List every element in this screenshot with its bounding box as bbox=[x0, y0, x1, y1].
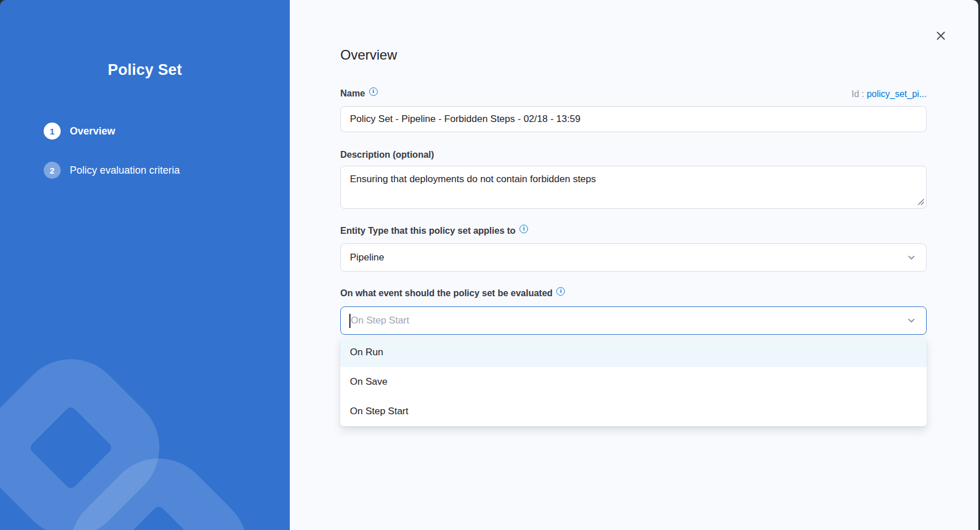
overview-form-panel: Overview Name i Id : policy_set_pi... De… bbox=[290, 0, 978, 530]
chevron-down-icon bbox=[907, 316, 916, 325]
id-prefix-label: Id : bbox=[851, 89, 867, 99]
wizard-title: Policy Set bbox=[0, 61, 290, 79]
entity-type-info-icon[interactable]: i bbox=[519, 225, 528, 233]
step-item-overview[interactable]: 1 Overview bbox=[44, 123, 290, 140]
step-label: Overview bbox=[70, 125, 115, 137]
page-title: Overview bbox=[340, 48, 927, 62]
description-textarea[interactable]: Ensuring that deployments do not contain… bbox=[340, 166, 927, 209]
menu-option-on-step-start[interactable]: On Step Start bbox=[340, 397, 927, 426]
entity-type-label: Entity Type that this policy set applies… bbox=[340, 225, 927, 237]
step-number-badge: 2 bbox=[44, 162, 61, 179]
name-label-row: Name i Id : policy_set_pi... bbox=[340, 88, 927, 99]
description-label: Description (optional) bbox=[340, 149, 927, 161]
event-info-icon[interactable]: i bbox=[556, 287, 565, 296]
menu-option-on-run[interactable]: On Run bbox=[340, 338, 927, 367]
event-combobox[interactable] bbox=[340, 306, 927, 335]
wizard-steps: 1 Overview 2 Policy evaluation criteria bbox=[0, 123, 290, 179]
event-label: On what event should the policy set be e… bbox=[340, 288, 927, 299]
step-number-badge: 1 bbox=[44, 123, 61, 140]
harness-logo-watermark bbox=[0, 292, 290, 530]
event-options-menu: On Run On Save On Step Start bbox=[340, 338, 927, 426]
step-item-policy-evaluation-criteria[interactable]: 2 Policy evaluation criteria bbox=[44, 162, 290, 179]
name-info-icon[interactable]: i bbox=[369, 87, 378, 96]
name-input[interactable] bbox=[340, 106, 927, 132]
id-link[interactable]: policy_set_pi... bbox=[867, 89, 927, 99]
chevron-down-icon bbox=[907, 253, 916, 262]
close-button[interactable] bbox=[933, 28, 949, 44]
entity-id: Id : policy_set_pi... bbox=[851, 89, 927, 99]
policy-set-dialog: Policy Set 1 Overview 2 Policy evaluatio… bbox=[0, 0, 978, 530]
name-label: Name i bbox=[340, 88, 378, 99]
step-label: Policy evaluation criteria bbox=[70, 165, 180, 176]
wizard-sidebar: Policy Set 1 Overview 2 Policy evaluatio… bbox=[0, 0, 290, 530]
entity-type-select[interactable]: Pipeline bbox=[340, 243, 927, 272]
close-icon bbox=[935, 30, 947, 42]
entity-type-value: Pipeline bbox=[350, 252, 907, 263]
menu-option-on-save[interactable]: On Save bbox=[340, 367, 927, 397]
description-field-wrap: Ensuring that deployments do not contain… bbox=[340, 166, 927, 209]
event-input[interactable] bbox=[350, 307, 907, 334]
